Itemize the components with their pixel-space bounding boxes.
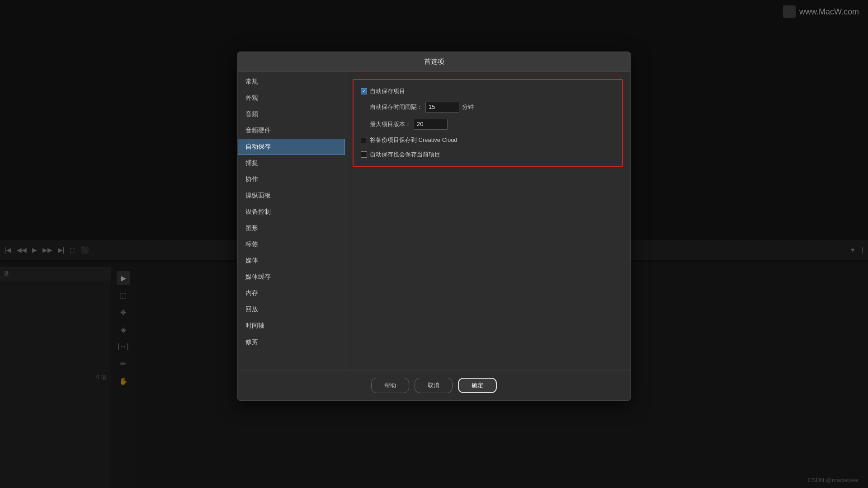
sidebar-item-memory[interactable]: 内存 (238, 285, 345, 301)
cancel-button[interactable]: 取消 (415, 378, 453, 393)
sidebar-item-autosave[interactable]: 自动保存 (238, 139, 345, 155)
backup-cloud-checkbox[interactable] (361, 137, 367, 143)
dialog-title-bar: 首选项 (238, 52, 630, 72)
dialog-sidebar: 常规 外观 音频 音频硬件 自动保存 捕捉 协作 操纵面板 设备控制 图形 标签… (238, 72, 345, 370)
autosave-settings-box: 自动保存项目 自动保存时间间隔： 分钟 最大项目版本： (353, 79, 623, 167)
save-current-checkbox[interactable] (361, 151, 367, 158)
sidebar-item-timeline[interactable]: 时间轴 (238, 318, 345, 334)
autosave-checkbox-wrapper: 自动保存项目 (361, 87, 405, 95)
backup-cloud-label: 将备份项目保存到 Creative Cloud (370, 136, 458, 144)
sidebar-item-labels[interactable]: 标签 (238, 236, 345, 253)
max-versions-input[interactable] (414, 119, 448, 130)
interval-unit: 分钟 (462, 103, 474, 111)
interval-label: 自动保存时间间隔： (370, 103, 423, 111)
save-current-wrapper: 自动保存也会保存当前项目 (361, 150, 440, 159)
sidebar-item-media[interactable]: 媒体 (238, 253, 345, 269)
save-current-label: 自动保存也会保存当前项目 (370, 150, 440, 159)
sidebar-item-audio-hardware[interactable]: 音频硬件 (238, 122, 345, 139)
backup-cloud-wrapper: 将备份项目保存到 Creative Cloud (361, 136, 458, 144)
sidebar-item-control-panel[interactable]: 操纵面板 (238, 188, 345, 204)
max-versions-row: 最大项目版本： (361, 119, 615, 130)
autosave-label: 自动保存项目 (370, 87, 405, 95)
sidebar-item-graphics[interactable]: 图形 (238, 220, 345, 236)
dialog-footer: 帮助 取消 确定 (238, 370, 630, 400)
backup-cloud-row: 将备份项目保存到 Creative Cloud (361, 136, 615, 144)
sidebar-item-general[interactable]: 常规 (238, 74, 345, 90)
interval-input[interactable] (425, 102, 459, 113)
dialog-title: 首选项 (424, 57, 444, 65)
sidebar-item-audio[interactable]: 音频 (238, 106, 345, 122)
sidebar-item-trim[interactable]: 修剪 (238, 334, 345, 350)
sidebar-item-device-control[interactable]: 设备控制 (238, 204, 345, 220)
max-versions-label: 最大项目版本： (370, 120, 411, 128)
dialog-body: 常规 外观 音频 音频硬件 自动保存 捕捉 协作 操纵面板 设备控制 图形 标签… (238, 72, 630, 370)
sidebar-item-capture[interactable]: 捕捉 (238, 155, 345, 171)
preferences-dialog: 首选项 常规 外观 音频 音频硬件 自动保存 捕捉 协作 操纵面板 设备控制 图… (237, 52, 631, 401)
sidebar-item-collaboration[interactable]: 协作 (238, 171, 345, 188)
modal-overlay: 首选项 常规 外观 音频 音频硬件 自动保存 捕捉 协作 操纵面板 设备控制 图… (0, 0, 868, 488)
dialog-content: 自动保存项目 自动保存时间间隔： 分钟 最大项目版本： (345, 72, 630, 370)
help-button[interactable]: 帮助 (371, 378, 409, 393)
sidebar-item-playback[interactable]: 回放 (238, 301, 345, 318)
sidebar-item-appearance[interactable]: 外观 (238, 90, 345, 106)
save-current-row: 自动保存也会保存当前项目 (361, 150, 615, 159)
ok-button[interactable]: 确定 (458, 378, 497, 393)
sidebar-item-media-cache[interactable]: 媒体缓存 (238, 269, 345, 285)
autosave-checkbox[interactable] (361, 88, 367, 94)
interval-row: 自动保存时间间隔： 分钟 (361, 102, 615, 113)
autosave-checkbox-row: 自动保存项目 (361, 87, 615, 95)
